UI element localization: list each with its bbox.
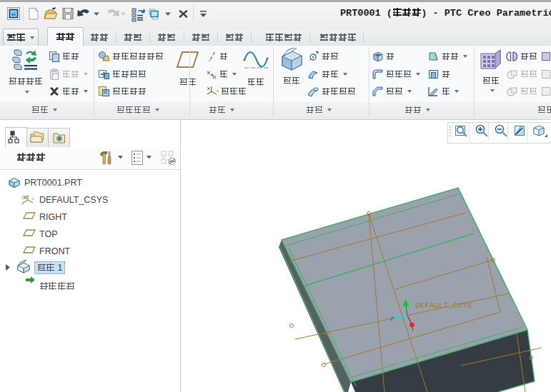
svg-text:y: y <box>21 195 24 199</box>
svg-text:x: x <box>217 89 219 93</box>
svg-text:z: z <box>21 201 24 206</box>
svg-text:DEFAULT_CSYS: DEFAULT_CSYS <box>415 301 472 310</box>
svg-text:x: x <box>32 196 34 201</box>
